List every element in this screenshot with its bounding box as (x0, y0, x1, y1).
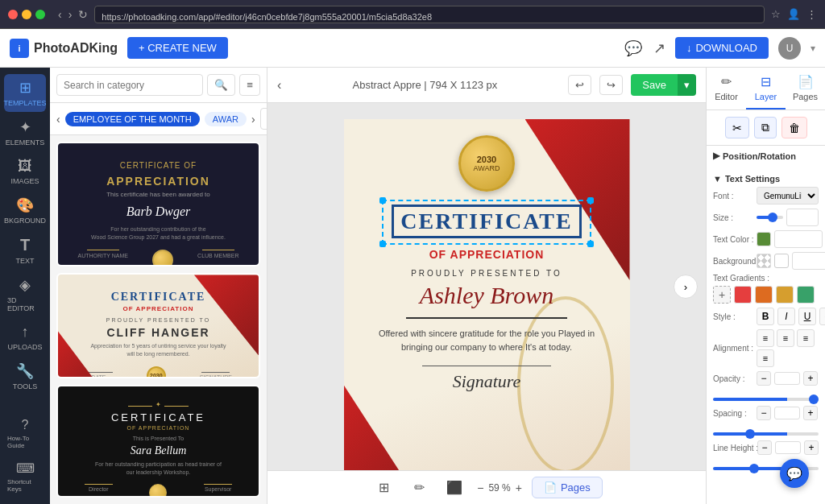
opacity-slider[interactable] (713, 398, 819, 401)
address-bar[interactable]: https://photoadking.com/app/#editor/j46c… (94, 6, 765, 23)
chevron-down-icon[interactable]: ▾ (810, 43, 815, 54)
user-avatar[interactable]: U (778, 37, 801, 60)
save-button[interactable]: Save (631, 74, 678, 96)
create-new-button[interactable]: + CREATE NEW (127, 37, 228, 59)
template-card-3[interactable]: ✦ CERTIFICATE OF APPRECIATION This is Pr… (56, 385, 260, 498)
opacity-increase-button[interactable]: + (803, 371, 818, 386)
bookmark-icon[interactable]: ☆ (771, 8, 781, 20)
grid-view-button[interactable]: ⊞ (371, 475, 396, 501)
pages-button[interactable]: 📄 Pages (532, 477, 603, 498)
text-color-input[interactable]: #578b36 (774, 230, 823, 248)
screen-button[interactable]: ⬛ (442, 475, 467, 501)
bg-color-swatch[interactable] (774, 254, 789, 268)
template-card-2[interactable]: CERTIFICATE OF APPRECIATION PROUDLY PRES… (56, 273, 260, 378)
refresh-button[interactable]: ↻ (78, 8, 88, 21)
style-buttons: B I U S A (757, 308, 825, 325)
sidebar-item-shortcuts[interactable]: ⌨ Shortcut Keys (4, 456, 46, 498)
spacing-slider[interactable] (713, 432, 819, 436)
sidebar-item-elements[interactable]: ✦ ELEMENTS (4, 114, 46, 151)
align-center-button[interactable]: ≡ (777, 329, 794, 347)
zoom-in-button[interactable]: + (516, 481, 522, 494)
chat-bubble-button[interactable]: 💬 (780, 459, 809, 488)
sidebar-item-tools[interactable]: 🔧 TOOLS (4, 357, 46, 395)
search-input[interactable] (56, 74, 203, 96)
sidebar-item-text[interactable]: T TEXT (4, 231, 46, 270)
cert-title-selected[interactable]: CERTIFICATE (382, 200, 591, 245)
align-justify-button[interactable]: ≡ (757, 349, 774, 367)
cat-next-button[interactable]: › (251, 113, 255, 126)
position-rotation-header[interactable]: ▶ Position/Rotation (713, 151, 819, 161)
pages-icon: 📄 (544, 481, 557, 494)
selection-handle-tr[interactable] (587, 197, 594, 204)
certificate-canvas[interactable]: 2030 AWARD CERTIFICATE OF APPRECIATION P… (344, 119, 630, 470)
pen-tool-button[interactable]: ✏ (406, 475, 432, 501)
text-settings-header[interactable]: ▼ Text Settings (713, 174, 819, 184)
bold-button[interactable]: B (757, 308, 774, 325)
opacity-decrease-button[interactable]: − (757, 371, 771, 386)
italic-button[interactable]: I (777, 308, 795, 325)
save-button-group: Save ▾ (631, 74, 696, 96)
line-height-decrease-button[interactable]: − (757, 440, 772, 455)
minimize-window[interactable] (22, 10, 31, 19)
tool-duplicate-button[interactable]: ⧉ (754, 117, 777, 138)
canvas-next-button[interactable]: › (674, 275, 698, 299)
bg-checker[interactable] (757, 254, 771, 268)
font-select[interactable]: GemunuLibre_Extra... (757, 187, 819, 204)
sidebar-item-3deditor[interactable]: ◈ 3D EDITOR (4, 271, 46, 317)
align-right-button[interactable]: ≡ (797, 329, 815, 347)
download-button[interactable]: ↓ DOWNLOAD (675, 37, 769, 59)
size-slider[interactable] (757, 216, 783, 219)
search-button[interactable]: 🔍 (207, 74, 235, 96)
cat-award[interactable]: AWAR (205, 112, 247, 126)
canvas-scroll-area[interactable]: 2030 AWARD CERTIFICATE OF APPRECIATION P… (267, 103, 706, 470)
selection-handle-tl[interactable] (379, 197, 386, 204)
sidebar-item-images[interactable]: 🖼 IMAGES (4, 153, 46, 190)
menu-icon[interactable]: ⋮ (806, 8, 817, 20)
back-button[interactable]: ‹ (58, 8, 62, 21)
tab-editor[interactable]: ✏ Editor (707, 68, 746, 109)
comment-icon[interactable]: 💬 (624, 39, 642, 57)
size-input[interactable]: 130 (786, 209, 819, 226)
sidebar-item-templates[interactable]: ⊞ TEMPLATES (4, 74, 46, 112)
tool-delete-button[interactable]: 🗑 (781, 117, 807, 138)
line-height-increase-button[interactable]: + (804, 440, 819, 455)
gradient-swatch-red[interactable] (734, 286, 752, 304)
underline-button[interactable]: U (798, 308, 816, 325)
selection-handle-bl[interactable] (379, 241, 386, 247)
tool-crop-button[interactable]: ✂ (725, 117, 749, 138)
text-color-swatch[interactable] (757, 232, 771, 246)
line-height-value[interactable]: 12 (775, 441, 801, 454)
spacing-value[interactable]: 0 (774, 407, 800, 419)
list-view-button[interactable]: ≡ (239, 74, 260, 96)
save-dropdown-button[interactable]: ▾ (678, 74, 696, 96)
sidebar-item-howto[interactable]: ? How-To Guide (4, 413, 46, 454)
spacing-increase-button[interactable]: + (803, 406, 818, 420)
certificate-content: 2030 AWARD CERTIFICATE OF APPRECIATION P… (344, 119, 630, 470)
close-window[interactable] (8, 10, 18, 19)
tab-pages[interactable]: 📄 Pages (786, 68, 825, 109)
sidebar-item-background[interactable]: 🎨 BKGROUND (4, 192, 46, 229)
profile-icon[interactable]: 👤 (787, 8, 800, 20)
opacity-value[interactable]: 100 (774, 372, 800, 385)
canvas-prev-button[interactable]: ‹ (277, 78, 281, 93)
gradient-swatch-green[interactable] (797, 286, 815, 304)
forward-button[interactable]: › (68, 8, 73, 21)
tab-layer[interactable]: ⊟ Layer (746, 68, 786, 109)
cat-employee-month[interactable]: EMPLOYEE OF THE MONTH (65, 112, 200, 126)
gradient-swatch-orange[interactable] (755, 286, 773, 304)
undo-button[interactable]: ↩ (568, 75, 591, 95)
maximize-window[interactable] (35, 10, 45, 19)
strikethrough-button[interactable]: S (819, 308, 825, 325)
share-icon[interactable]: ↗ (653, 39, 665, 57)
selection-handle-br[interactable] (587, 241, 594, 247)
bg-color-input[interactable]: #FFFFFF (792, 252, 825, 270)
template-card-1[interactable]: CERTIFICATE OF APPRECIATION This certifi… (56, 142, 260, 266)
zoom-out-button[interactable]: − (477, 481, 483, 494)
align-left-button[interactable]: ≡ (757, 329, 774, 347)
redo-button[interactable]: ↪ (599, 75, 623, 95)
spacing-decrease-button[interactable]: − (757, 406, 771, 420)
gradient-swatch-yellow[interactable] (776, 286, 794, 304)
add-gradient-button[interactable]: + (713, 286, 731, 304)
cat-prev-button[interactable]: ‹ (56, 113, 60, 126)
sidebar-item-uploads[interactable]: ↑ UPLOADS (4, 319, 46, 356)
